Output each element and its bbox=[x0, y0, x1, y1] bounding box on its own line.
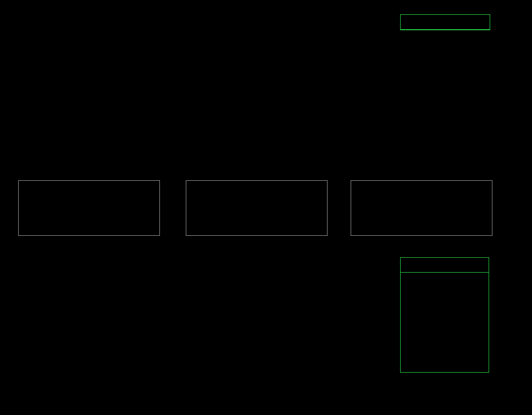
autoscala-output-table bbox=[400, 14, 490, 30]
top-ionogram-canvas bbox=[20, 13, 392, 160]
aip-table-border bbox=[400, 257, 489, 373]
thumbnail-evidence-f2-trace bbox=[351, 180, 492, 236]
aip-output-table bbox=[400, 257, 491, 388]
thumbnail-original-ionogram bbox=[18, 180, 160, 236]
autoscala-screen bbox=[0, 0, 532, 415]
aip-table-separator bbox=[400, 272, 489, 273]
thumbnail-eliminate-reflections bbox=[186, 180, 328, 236]
bottom-ionogram-canvas bbox=[20, 257, 392, 404]
autoscala-table-title bbox=[401, 15, 490, 30]
